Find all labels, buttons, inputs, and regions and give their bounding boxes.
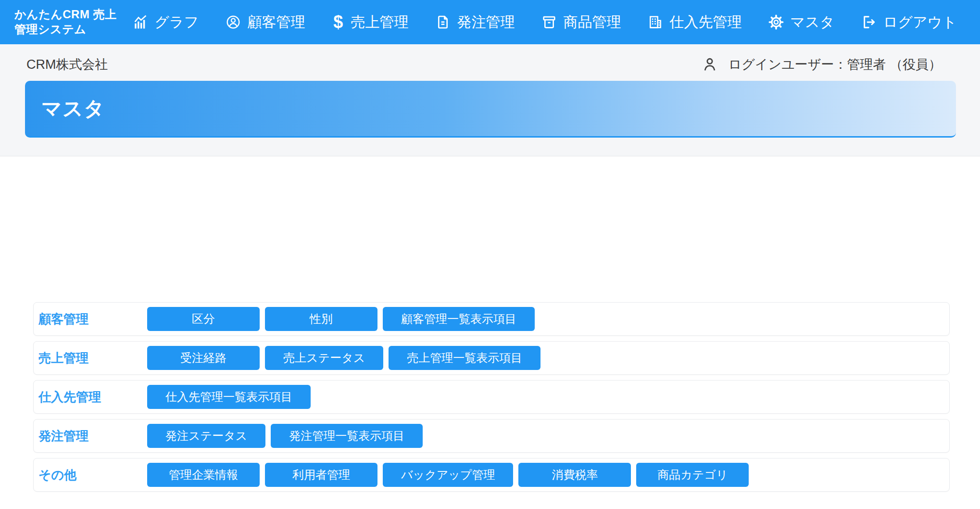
company-name: CRM株式会社 (26, 56, 108, 73)
company-info-button[interactable]: 管理企業情報 (147, 463, 260, 487)
customer-list-columns-button[interactable]: 顧客管理一覧表示項目 (383, 307, 535, 331)
backup-management-button[interactable]: バックアップ管理 (383, 463, 513, 487)
app-title: かんたんCRM 売上 管理システム (14, 7, 117, 37)
page-title-banner: マスタ (25, 81, 956, 138)
menu-row-label: その他 (38, 467, 147, 484)
top-navbar: かんたんCRM 売上 管理システム グラフ 顧客管理 $ 売上管理 発注管理 (0, 0, 980, 44)
kubun-button[interactable]: 区分 (147, 307, 260, 331)
gear-icon (768, 14, 784, 30)
nav-label: 顧客管理 (247, 13, 305, 32)
button-group: 区分 性別 顧客管理一覧表示項目 (147, 307, 535, 331)
page-head: CRM株式会社 ログインユーザー：管理者 （役員） マスタ (0, 44, 980, 156)
user-circle-icon (226, 14, 241, 30)
dollar-icon: $ (332, 13, 344, 31)
supplier-list-columns-button[interactable]: 仕入先管理一覧表示項目 (147, 385, 311, 409)
nav-item-orders[interactable]: 発注管理 (435, 13, 515, 32)
order-route-button[interactable]: 受注経路 (147, 346, 260, 370)
user-management-button[interactable]: 利用者管理 (265, 463, 377, 487)
nav-item-graph[interactable]: グラフ (133, 13, 199, 32)
menu-row-label: 発注管理 (38, 428, 147, 445)
company-row: CRM株式会社 ログインユーザー：管理者 （役員） (26, 44, 942, 73)
tax-rate-button[interactable]: 消費税率 (518, 463, 631, 487)
nav-label: グラフ (154, 13, 199, 32)
nav-item-suppliers[interactable]: 仕入先管理 (648, 13, 741, 32)
nav-item-customers[interactable]: 顧客管理 (226, 13, 305, 32)
building-icon (648, 14, 663, 30)
button-group: 管理企業情報 利用者管理 バックアップ管理 消費税率 商品カテゴリ (147, 463, 749, 487)
menu-row-orders: 発注管理 発注ステータス 発注管理一覧表示項目 (33, 419, 950, 453)
menu-row-label: 顧客管理 (38, 311, 147, 328)
logout-icon (861, 14, 877, 30)
menu-row-customers: 顧客管理 区分 性別 顧客管理一覧表示項目 (33, 302, 950, 336)
order-list-columns-button[interactable]: 発注管理一覧表示項目 (271, 424, 423, 448)
menu-row-label: 売上管理 (38, 350, 147, 367)
menu-row-sales: 売上管理 受注経路 売上ステータス 売上管理一覧表示項目 (33, 341, 950, 375)
person-icon (702, 56, 718, 73)
nav-item-sales[interactable]: $ 売上管理 (332, 13, 408, 32)
nav-label: マスタ (790, 13, 834, 32)
nav-label: 仕入先管理 (669, 13, 741, 32)
main-nav: グラフ 顧客管理 $ 売上管理 発注管理 商品管理 (133, 13, 957, 32)
menu-row-suppliers: 仕入先管理 仕入先管理一覧表示項目 (33, 380, 950, 414)
nav-item-logout[interactable]: ログアウト (861, 13, 957, 32)
menu-row-label: 仕入先管理 (38, 389, 147, 406)
nav-label: 商品管理 (563, 13, 621, 32)
document-icon (435, 14, 451, 30)
order-status-button[interactable]: 発注ステータス (147, 424, 265, 448)
menu-row-others: その他 管理企業情報 利用者管理 バックアップ管理 消費税率 商品カテゴリ (33, 458, 950, 492)
nav-label: ログアウト (883, 13, 957, 32)
login-user-label: ログインユーザー：管理者 （役員） (729, 56, 942, 73)
chart-icon (133, 14, 148, 30)
button-group: 発注ステータス 発注管理一覧表示項目 (147, 424, 423, 448)
seibetsu-button[interactable]: 性別 (265, 307, 377, 331)
sales-status-button[interactable]: 売上ステータス (265, 346, 383, 370)
product-category-button[interactable]: 商品カテゴリ (636, 463, 749, 487)
nav-label: 売上管理 (351, 13, 408, 32)
nav-label: 発注管理 (457, 13, 515, 32)
button-group: 仕入先管理一覧表示項目 (147, 385, 311, 409)
button-group: 受注経路 売上ステータス 売上管理一覧表示項目 (147, 346, 540, 370)
archive-box-icon (541, 14, 557, 30)
master-menu: 顧客管理 区分 性別 顧客管理一覧表示項目 売上管理 受注経路 売上ステータス … (0, 156, 980, 492)
nav-item-master[interactable]: マスタ (768, 13, 834, 32)
nav-item-products[interactable]: 商品管理 (541, 13, 621, 32)
page-title: マスタ (41, 95, 105, 122)
login-user: ログインユーザー：管理者 （役員） (702, 56, 942, 73)
sales-list-columns-button[interactable]: 売上管理一覧表示項目 (389, 346, 540, 370)
